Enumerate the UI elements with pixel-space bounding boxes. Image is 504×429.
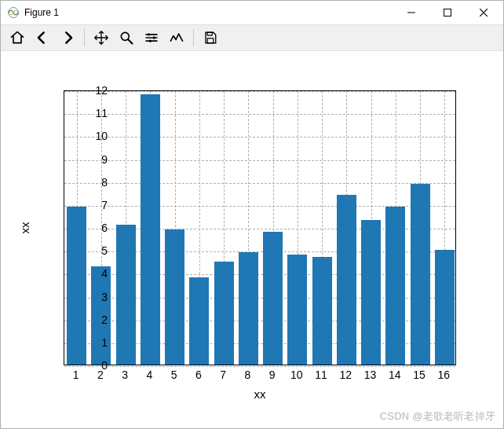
toolbar-separator [84, 29, 85, 46]
svg-rect-7 [207, 38, 214, 43]
toolbar-separator [193, 29, 194, 46]
window-titlebar: Figure 1 [1, 1, 503, 24]
x-axis-label: xx [254, 387, 266, 401]
y-tick-label: 6 [76, 222, 108, 234]
bar [312, 257, 332, 365]
x-tick-label: 10 [290, 368, 303, 381]
x-tick-label: 3 [122, 368, 128, 381]
toolbar-pan-button[interactable] [89, 27, 113, 49]
y-tick-label: 8 [76, 176, 108, 189]
y-tick-label: 3 [76, 291, 108, 303]
window-minimize-button[interactable] [393, 1, 429, 24]
x-tick-label: 2 [97, 368, 104, 381]
toolbar-subplots-button[interactable] [140, 27, 163, 49]
svg-point-4 [153, 36, 155, 38]
svg-rect-1 [444, 9, 451, 16]
x-tick-label: 1 [73, 368, 79, 381]
y-tick-label: 4 [76, 267, 108, 280]
bar [435, 250, 455, 365]
y-axis-label: xx [18, 222, 31, 234]
y-tick-label: 2 [76, 314, 108, 326]
x-tick-label: 4 [146, 368, 152, 381]
toolbar-save-button[interactable] [199, 27, 222, 49]
toolbar-home-button[interactable] [5, 27, 29, 49]
x-tick-label: 9 [269, 368, 276, 381]
x-tick-label: 12 [340, 368, 352, 381]
y-tick-label: 1 [76, 336, 108, 349]
matplotlib-toolbar [1, 24, 503, 51]
bar [337, 195, 356, 365]
y-tick-label: 11 [76, 107, 108, 119]
bar [361, 220, 381, 365]
toolbar-back-button[interactable] [31, 27, 54, 49]
bar [411, 184, 430, 365]
window-title: Figure 1 [24, 7, 59, 18]
bar [214, 262, 234, 365]
bar [116, 225, 136, 365]
x-tick-label: 7 [220, 368, 226, 381]
x-tick-label: 13 [364, 368, 377, 381]
bar [385, 207, 405, 365]
svg-rect-6 [207, 32, 212, 35]
axes-area [64, 90, 456, 365]
window-maximize-button[interactable] [429, 1, 466, 24]
toolbar-zoom-button[interactable] [115, 27, 138, 49]
x-tick-label: 8 [244, 368, 250, 381]
bar [165, 229, 184, 365]
figure-canvas[interactable]: 0123456789101112 12345678910111213141516… [1, 51, 503, 428]
bar [189, 277, 209, 365]
y-tick-label: 9 [76, 153, 108, 166]
watermark-text: CSDN @老歌老听老掉牙 [380, 409, 495, 424]
y-tick-label: 12 [76, 84, 108, 97]
y-tick-label: 10 [76, 130, 108, 142]
toolbar-edit-button[interactable] [165, 27, 188, 49]
bars-layer [64, 91, 455, 365]
bar [287, 255, 307, 365]
toolbar-forward-button[interactable] [56, 27, 79, 49]
bar [263, 232, 283, 365]
x-tick-label: 6 [195, 368, 202, 381]
svg-point-3 [148, 33, 150, 35]
window-close-button[interactable] [466, 1, 502, 24]
x-tick-label: 11 [315, 368, 327, 381]
bar [239, 252, 258, 365]
x-tick-label: 15 [413, 368, 425, 381]
x-tick-label: 5 [171, 368, 177, 381]
x-tick-label: 16 [438, 368, 451, 381]
y-tick-label: 7 [76, 199, 108, 211]
app-icon [7, 6, 20, 19]
y-tick-label: 5 [76, 244, 108, 257]
bar [141, 94, 160, 365]
x-tick-label: 14 [389, 368, 401, 381]
svg-point-5 [149, 40, 152, 42]
